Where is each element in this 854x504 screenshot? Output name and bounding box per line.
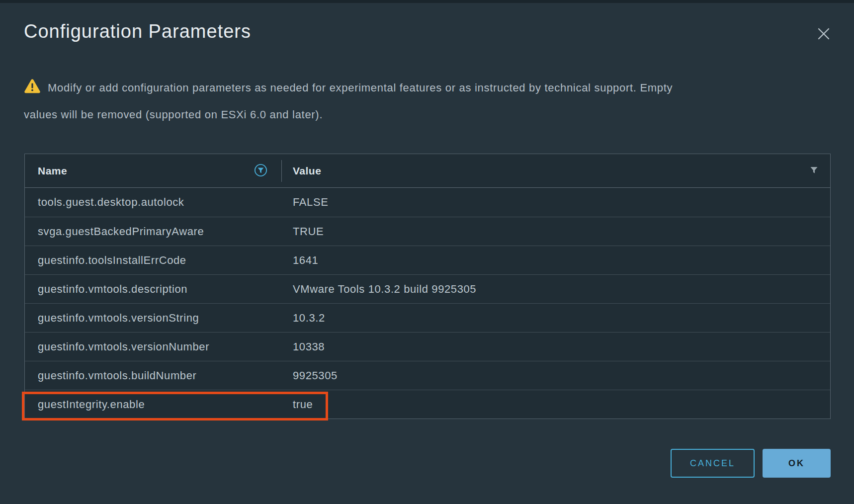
dialog-footer: CANCEL OK	[671, 449, 831, 478]
param-name: guestIntegrity.enable	[25, 398, 282, 411]
table-row[interactable]: guestIntegrity.enabletrue	[25, 390, 830, 419]
alert-line: Modify or add configuration parameters a…	[48, 82, 673, 94]
table-row[interactable]: tools.guest.desktop.autolockFALSE	[25, 188, 830, 217]
column-header-name: Name	[25, 154, 281, 187]
param-value[interactable]: 1641	[282, 254, 830, 267]
filter-icon	[810, 166, 818, 175]
param-name: guestinfo.vmtools.versionNumber	[25, 340, 282, 353]
table-row[interactable]: guestinfo.vmtools.versionNumber10338	[25, 332, 830, 361]
filter-circle-icon	[254, 164, 267, 178]
column-header-value-label: Value	[293, 165, 321, 177]
ok-button[interactable]: OK	[763, 449, 831, 478]
param-name: svga.guestBackedPrimaryAware	[25, 225, 282, 238]
param-name: tools.guest.desktop.autolock	[25, 196, 282, 209]
param-name: guestinfo.vmtools.description	[25, 283, 282, 296]
param-value[interactable]: 10.3.2	[282, 312, 830, 325]
table-row[interactable]: svga.guestBackedPrimaryAwareTRUE	[25, 217, 830, 246]
window-top-edge	[0, 0, 854, 3]
dialog-title: Configuration Parameters	[24, 21, 251, 42]
param-name: guestinfo.vmtools.versionString	[25, 312, 282, 325]
column-header-name-label: Name	[38, 165, 67, 177]
table-header-row: Name Value	[25, 154, 830, 188]
name-filter-button[interactable]	[254, 164, 267, 178]
close-icon	[816, 26, 831, 43]
table-row[interactable]: guestinfo.toolsInstallErrCode1641	[25, 246, 830, 274]
table-row[interactable]: guestinfo.vmtools.descriptionVMware Tool…	[25, 274, 830, 303]
param-name: guestinfo.vmtools.buildNumber	[25, 369, 282, 382]
warning-icon	[24, 78, 41, 102]
parameters-table: Name Value tools.guest	[24, 154, 831, 419]
cancel-button[interactable]: CANCEL	[671, 449, 755, 478]
param-name: guestinfo.toolsInstallErrCode	[25, 254, 282, 267]
param-value[interactable]: 9925305	[282, 369, 830, 382]
alert-message: Modify or add configuration parameters a…	[24, 76, 829, 127]
value-filter-button[interactable]	[810, 166, 818, 175]
table-row[interactable]: guestinfo.vmtools.buildNumber9925305	[25, 361, 830, 390]
param-value[interactable]: FALSE	[282, 196, 830, 209]
table-body: tools.guest.desktop.autolockFALSEsvga.gu…	[25, 188, 830, 419]
param-value[interactable]: 10338	[282, 340, 830, 353]
param-value[interactable]: TRUE	[282, 225, 830, 238]
column-header-value: Value	[282, 154, 830, 187]
close-button[interactable]	[814, 25, 833, 44]
param-value[interactable]: true	[282, 398, 830, 411]
alert-line: values will be removed (supported on ESX…	[24, 108, 323, 121]
table-row[interactable]: guestinfo.vmtools.versionString10.3.2	[25, 303, 830, 332]
param-value[interactable]: VMware Tools 10.3.2 build 9925305	[282, 283, 830, 296]
